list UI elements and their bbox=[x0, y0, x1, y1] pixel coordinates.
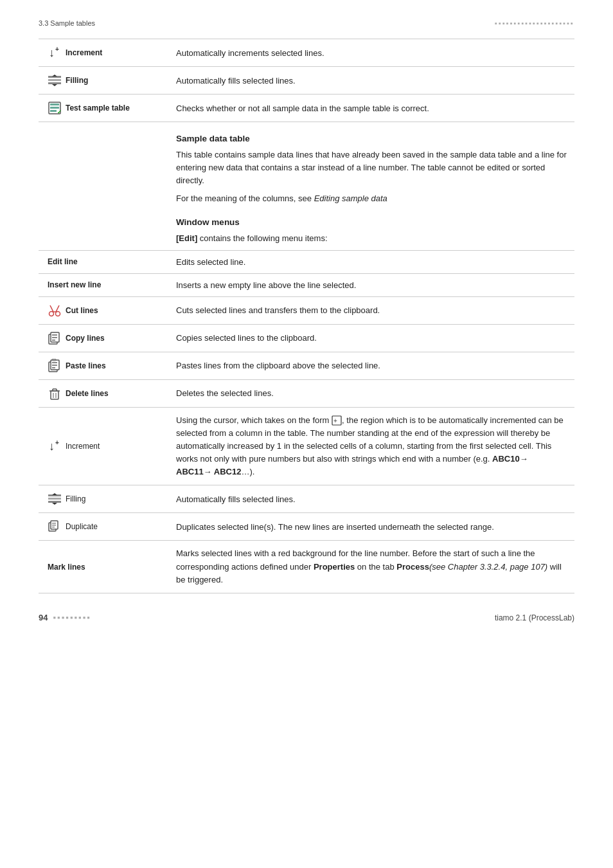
edit-line-label-cell: Edit line bbox=[39, 250, 167, 273]
mark-lines-desc: Marks selected lines with a red backgrou… bbox=[167, 541, 574, 593]
icon-cell-delete: Delete lines bbox=[48, 386, 158, 401]
icon-label-cell: ✓ Test sample table bbox=[39, 95, 167, 122]
process-bold: Process bbox=[396, 562, 429, 572]
edit-intro-text: contains the following menu items: bbox=[197, 233, 327, 243]
svg-rect-19 bbox=[52, 334, 57, 336]
paste-lines-desc: Pastes lines from the clipboard above th… bbox=[167, 352, 574, 379]
sample-data-body2-text: For the meaning of the columns, see bbox=[176, 194, 314, 203]
delete-icon bbox=[48, 386, 62, 401]
icon-cell-copy: Copy lines bbox=[48, 331, 158, 345]
svg-line-15 bbox=[56, 305, 59, 312]
filling2-cell: Filling bbox=[39, 485, 167, 513]
page-number: 94 bbox=[39, 613, 48, 622]
header: 3.3 Sample tables ▪▪▪▪▪▪▪▪▪▪▪▪▪▪▪▪▪▪▪▪▪ bbox=[39, 19, 574, 27]
page: 3.3 Sample tables ▪▪▪▪▪▪▪▪▪▪▪▪▪▪▪▪▪▪▪▪▪ … bbox=[0, 0, 613, 868]
sample-data-title: Sample data table bbox=[176, 134, 574, 143]
footer-page: 94 ▪▪▪▪▪▪▪▪▪ bbox=[39, 613, 91, 622]
icon-cell-duplicate: Duplicate bbox=[48, 520, 158, 534]
svg-text:↓: ↓ bbox=[49, 46, 55, 59]
paste-lines-cell: Paste lines bbox=[39, 352, 167, 379]
duplicate-icon bbox=[48, 520, 62, 534]
edit-line-desc: Edits selected line. bbox=[167, 250, 574, 273]
filling-label: Filling bbox=[66, 76, 88, 85]
sample-data-body2: For the meaning of the columns, see Edit… bbox=[176, 192, 574, 205]
delete-lines-desc: Deletes the selected lines. bbox=[167, 379, 574, 407]
filling-desc: Automatically fills selected lines. bbox=[167, 67, 574, 95]
test-desc: Checks whether or not all sample data in… bbox=[167, 95, 574, 122]
edit-line-label: Edit line bbox=[48, 257, 78, 266]
svg-rect-21 bbox=[52, 339, 55, 341]
duplicate-label: Duplicate bbox=[66, 522, 98, 531]
svg-rect-9 bbox=[50, 107, 59, 109]
icon-cell-paste: Paste lines bbox=[48, 359, 158, 373]
mark-lines-cell: Mark lines bbox=[39, 541, 167, 593]
delete-lines-cell: Delete lines bbox=[39, 379, 167, 407]
svg-text:+: + bbox=[55, 439, 59, 446]
increment2-label: Increment bbox=[66, 442, 100, 451]
svg-rect-41 bbox=[48, 501, 61, 503]
test-icon: ✓ bbox=[48, 101, 62, 115]
svg-rect-8 bbox=[50, 104, 59, 105]
table-row: Insert new line Inserts a new empty line… bbox=[39, 273, 574, 296]
svg-rect-25 bbox=[52, 365, 57, 366]
table-row: Filling Automatically fills selected lin… bbox=[39, 67, 574, 95]
table-row: Mark lines Marks selected lines with a r… bbox=[39, 541, 574, 593]
header-dots: ▪▪▪▪▪▪▪▪▪▪▪▪▪▪▪▪▪▪▪▪▪ bbox=[495, 19, 574, 27]
table-row: Filling Automatically fills selected lin… bbox=[39, 485, 574, 513]
increment2-desc: Using the cursor, which takes on the for… bbox=[167, 407, 574, 485]
paste-icon bbox=[48, 359, 62, 373]
footer-app-name: tiamo 2.1 (ProcessLab) bbox=[495, 613, 574, 622]
insert-line-label-cell: Insert new line bbox=[39, 273, 167, 296]
copy-lines-desc: Copies selected lines to the clipboard. bbox=[167, 324, 574, 352]
svg-text:+: + bbox=[333, 417, 337, 424]
svg-marker-6 bbox=[52, 84, 57, 86]
svg-rect-4 bbox=[48, 82, 61, 84]
icon-cell-increment2: ↓ + Increment bbox=[48, 439, 158, 453]
table-row: Edit line Edits selected line. bbox=[39, 250, 574, 273]
icon-label-cell: Filling bbox=[39, 67, 167, 95]
sample-data-section: Sample data table This table contains sa… bbox=[167, 134, 574, 206]
cut-lines-label: Cut lines bbox=[66, 306, 98, 315]
copy-lines-cell: Copy lines bbox=[39, 324, 167, 352]
footer-dots: ▪▪▪▪▪▪▪▪▪ bbox=[53, 613, 91, 622]
svg-rect-3 bbox=[48, 79, 61, 81]
cut-lines-cell: Cut lines bbox=[39, 296, 167, 324]
chapter-ref: (see Chapter 3.3.2.4, page 107) bbox=[429, 562, 547, 572]
table-row: Duplicate Duplicates selected line(s). T… bbox=[39, 513, 574, 541]
edit-table: Edit line Edits selected line. Insert ne… bbox=[39, 250, 574, 593]
copy-lines-label: Copy lines bbox=[66, 334, 105, 343]
svg-rect-20 bbox=[52, 337, 57, 338]
duplicate-desc: Duplicates selected line(s). The new lin… bbox=[167, 513, 574, 541]
svg-rect-47 bbox=[52, 525, 56, 526]
mark-lines-label: Mark lines bbox=[48, 563, 85, 572]
increment2-cell: ↓ + Increment bbox=[39, 407, 167, 485]
table-row: Cut lines Cuts selected lines and transf… bbox=[39, 296, 574, 324]
filling2-desc: Automatically fills selected lines. bbox=[167, 485, 574, 513]
increment-label: Increment bbox=[66, 48, 102, 57]
copy-icon bbox=[48, 331, 62, 345]
table-row: Paste lines Pastes lines from the clipbo… bbox=[39, 352, 574, 379]
svg-rect-26 bbox=[52, 367, 55, 368]
filling-icon bbox=[48, 73, 62, 87]
icon-cell-test: ✓ Test sample table bbox=[48, 101, 158, 115]
insert-line-label: Insert new line bbox=[48, 280, 101, 289]
table-row: ✓ Test sample table Checks whether or no… bbox=[39, 95, 574, 122]
edit-bracket: [Edit] bbox=[176, 233, 197, 243]
delete-lines-label: Delete lines bbox=[66, 389, 109, 398]
icon-cell-increment: ↓ + Increment bbox=[48, 46, 158, 60]
window-menus-section: Window menus [Edit] contains the followi… bbox=[167, 217, 574, 245]
paste-lines-label: Paste lines bbox=[66, 361, 106, 370]
window-menus-intro: [Edit] contains the following menu items… bbox=[176, 232, 574, 245]
icon-cell-cut: Cut lines bbox=[48, 303, 158, 318]
sample-data-body1: This table contains sample data lines th… bbox=[176, 149, 574, 187]
insert-line-desc: Inserts a new empty line above the line … bbox=[167, 273, 574, 296]
svg-rect-28 bbox=[51, 391, 58, 399]
sample-data-italic: Editing sample data bbox=[314, 194, 387, 203]
icon-label-cell: ↓ + Increment bbox=[39, 39, 167, 67]
svg-point-13 bbox=[56, 311, 60, 316]
svg-marker-5 bbox=[52, 75, 57, 77]
filling2-label: Filling bbox=[66, 494, 85, 503]
abc-example: ABC10→ ABC11→ ABC12 bbox=[176, 454, 528, 476]
footer: 94 ▪▪▪▪▪▪▪▪▪ tiamo 2.1 (ProcessLab) bbox=[39, 613, 574, 622]
svg-point-12 bbox=[49, 311, 54, 316]
